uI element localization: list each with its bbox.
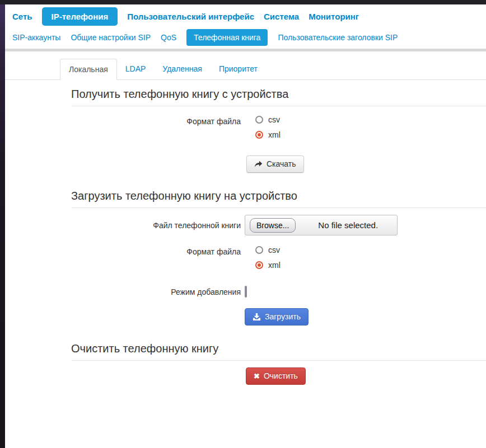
window-left-edge [0,0,5,448]
spacer [71,367,241,385]
upload-format-options: csv xml [241,246,281,276]
tab-content: Получить телефонную книгу с устройства Ф… [5,88,486,385]
sub-nav: SIP-аккаунты Общие настройки SIP QoS Тел… [5,28,486,49]
clear-button-label: Очистить [264,371,298,381]
upload-button-label: Загрузить [265,312,301,322]
upload-format-row: Формат файла csv xml [71,246,486,276]
section-download-title: Получить телефонную книгу с устройства [71,88,486,106]
download-tray-icon [253,313,261,321]
tab-local[interactable]: Локальная [60,59,117,80]
download-button-row: Скачать [71,155,486,173]
nav-item-system[interactable]: Система [264,7,299,26]
subnav-item-qos[interactable]: QoS [161,29,176,46]
page: Сеть IP-телефония Пользовательский интер… [5,0,486,385]
radio-option-label: xml [268,261,281,270]
x-mark-icon: ✖ [254,371,260,381]
upload-format-option-xml[interactable]: xml [255,261,281,270]
clear-button[interactable]: ✖ Очистить [246,367,306,385]
nav-item-user-interface[interactable]: Пользовательский интерфейс [127,7,254,26]
clear-button-row: ✖ Очистить [71,367,486,385]
section-upload: Загрузить телефонную книгу на устройство… [71,190,486,326]
tab-priority[interactable]: Приоритет [211,59,266,80]
tab-remote[interactable]: Удаленная [154,59,211,80]
download-format-row: Формат файла csv xml [71,115,486,145]
download-button[interactable]: Скачать [246,155,304,173]
download-format-option-xml[interactable]: xml [255,130,281,139]
radio-checked-icon[interactable] [255,131,263,139]
window-top-edge [0,0,486,4]
subnav-item-sip-headers[interactable]: Пользовательские заголовки SIP [278,29,398,46]
download-format-option-csv[interactable]: csv [255,115,281,124]
file-input[interactable]: Browse... No file selected. [245,215,398,235]
radio-option-label: csv [268,246,280,254]
radio-option-label: csv [268,115,280,124]
append-mode-checkbox[interactable] [245,286,247,298]
upload-format-option-csv[interactable]: csv [255,246,281,254]
radio-checked-icon[interactable] [255,261,263,269]
section-clear-title: Очистить телефонную книгу [71,342,486,361]
share-arrow-icon [254,161,263,168]
nav-item-ip-telephony[interactable]: IP-телефония [42,7,118,26]
upload-format-label: Формат файла [71,246,241,276]
radio-option-label: xml [268,130,281,139]
download-format-options: csv xml [241,115,281,145]
radio-unchecked-icon[interactable] [255,246,263,254]
subnav-item-sip-accounts[interactable]: SIP-аккаунты [12,29,60,46]
section-download: Получить телефонную книгу с устройства Ф… [71,88,486,173]
upload-file-label: Файл телефонной книги [71,215,241,235]
section-clear: Очистить телефонную книгу ✖ Очистить [71,342,486,385]
spacer [71,155,241,173]
upload-button-row: Загрузить [71,308,486,326]
download-button-label: Скачать [267,159,296,169]
subnav-item-sip-common[interactable]: Общие настройки SIP [71,29,151,46]
tab-ldap[interactable]: LDAP [117,59,155,80]
append-mode-label: Режим добавления [71,287,241,297]
nav-item-monitoring[interactable]: Мониторинг [309,7,359,26]
phonebook-tabs: Локальная LDAP Удаленная Приоритет [5,59,486,80]
browser-viewport: Сеть IP-телефония Пользовательский интер… [0,0,486,448]
main-nav: Сеть IP-телефония Пользовательский интер… [5,4,486,28]
nav-item-network[interactable]: Сеть [12,7,32,26]
subnav-item-phonebook[interactable]: Телефонная книга [186,29,268,46]
nav-divider [5,49,486,51]
section-upload-title: Загрузить телефонную книгу на устройство [71,190,486,208]
radio-unchecked-icon[interactable] [255,116,263,124]
browse-button[interactable]: Browse... [250,218,296,233]
upload-file-row: Файл телефонной книги Browse... No file … [71,215,486,235]
append-mode-row: Режим добавления [71,287,486,297]
spacer [71,308,241,326]
upload-button[interactable]: Загрузить [245,308,309,326]
file-input-status: No file selected. [318,220,378,230]
download-format-label: Формат файла [71,115,241,145]
